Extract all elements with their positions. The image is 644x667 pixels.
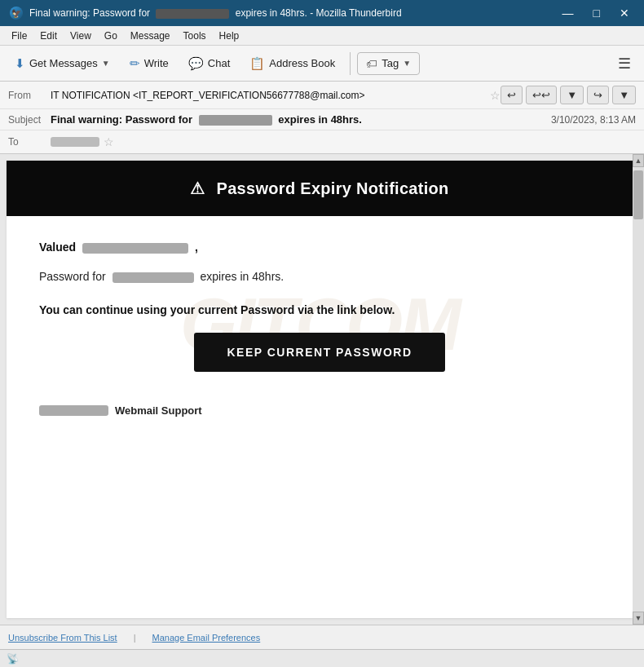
to-star-icon[interactable]: ☆	[104, 135, 114, 148]
app-window: File Edit View Go Message Tools Help ⬇ G…	[0, 26, 644, 667]
reply-button[interactable]: ↩	[501, 86, 523, 104]
to-value-blurred	[51, 137, 99, 147]
forward-button[interactable]: ↪	[587, 86, 609, 104]
email-footer: Webmail Support	[39, 396, 600, 417]
bottom-bar: Unsubscribe From This List | Manage Emai…	[0, 625, 644, 649]
status-bar: 📡	[0, 649, 644, 667]
get-messages-icon: ⬇	[15, 56, 25, 71]
to-label: To	[8, 136, 51, 148]
button-wrap: KEEP CURRENT PASSWORD	[39, 333, 600, 372]
write-button[interactable]: ✏ Write	[121, 52, 177, 75]
subject-label: Subject	[8, 114, 51, 126]
unsubscribe-link[interactable]: Unsubscribe From This List	[8, 633, 117, 643]
minimize-button[interactable]: —	[558, 6, 579, 20]
menu-view[interactable]: View	[65, 29, 96, 43]
email-header: From IT NOTIFICATION <IT_REPORT_VERIFICA…	[0, 82, 644, 154]
menu-bar: File Edit View Go Message Tools Help	[0, 26, 644, 46]
subject-value: Final warning: Password for expires in 4…	[51, 113, 551, 126]
scrollbar-up-arrow[interactable]: ▲	[633, 154, 644, 167]
title-bar: 🦅 Final warning: Password for expires in…	[0, 0, 644, 26]
tag-button[interactable]: 🏷 Tag ▼	[357, 52, 420, 75]
more-actions-button[interactable]: ▼	[612, 86, 636, 104]
greeting-text: Valued ,	[39, 241, 600, 254]
get-messages-dropdown-arrow[interactable]: ▼	[102, 59, 110, 68]
scrollbar-down-arrow[interactable]: ▼	[633, 612, 644, 625]
chat-icon: 💬	[188, 56, 204, 71]
email-body-area: ⚠ Password Expiry Notification GITCOM Va…	[0, 154, 644, 625]
toolbar: ⬇ Get Messages ▼ ✏ Write 💬 Chat 📋 Addres…	[0, 46, 644, 82]
menu-help[interactable]: Help	[214, 29, 245, 43]
reply-all-button[interactable]: ↩↩	[526, 86, 557, 104]
connection-status-icon: 📡	[7, 653, 19, 665]
link-separator: |	[134, 633, 136, 643]
window-title: Final warning: Password for expires in 4…	[29, 7, 402, 19]
address-book-button[interactable]: 📋 Address Book	[241, 52, 343, 75]
from-label: From	[8, 90, 51, 101]
chat-button[interactable]: 💬 Chat	[180, 52, 238, 75]
notification-body-content: Valued , Password for expires in 48hrs. …	[39, 241, 600, 417]
notification-title: Password Expiry Notification	[212, 179, 449, 197]
email-nav-actions: ↩ ↩↩ ▼ ↪ ▼	[501, 86, 636, 104]
from-row: From IT NOTIFICATION <IT_REPORT_VERIFICA…	[0, 82, 644, 109]
warning-icon: ⚠	[190, 179, 205, 197]
scrollbar-thumb[interactable]	[633, 170, 643, 219]
from-value: IT NOTIFICATION <IT_REPORT_VERIFICATION5…	[51, 90, 486, 101]
manage-preferences-link[interactable]: Manage Email Preferences	[152, 633, 261, 643]
toolbar-separator	[350, 52, 351, 75]
from-star-icon[interactable]: ☆	[490, 89, 501, 102]
close-button[interactable]: ✕	[615, 6, 634, 20]
thunderbird-icon: 🦅	[10, 7, 23, 20]
hamburger-menu-button[interactable]: ☰	[611, 51, 637, 76]
notification-banner: ⚠ Password Expiry Notification	[7, 161, 633, 216]
cta-text: You can continue using your current Pass…	[39, 303, 600, 316]
write-icon: ✏	[130, 56, 140, 71]
address-book-icon: 📋	[249, 56, 265, 71]
nav-dropdown-button[interactable]: ▼	[560, 86, 584, 104]
expires-text: Password for expires in 48hrs.	[39, 270, 600, 283]
notification-body: GITCOM Valued , Password for expires in …	[7, 216, 633, 433]
email-date: 3/10/2023, 8:13 AM	[551, 114, 636, 126]
window-controls: — □ ✕	[558, 6, 634, 20]
footer-support-text: Webmail Support	[115, 404, 202, 417]
tag-icon: 🏷	[366, 57, 377, 70]
get-messages-button[interactable]: ⬇ Get Messages ▼	[7, 52, 118, 75]
subject-row: Subject Final warning: Password for expi…	[0, 109, 644, 130]
menu-message[interactable]: Message	[126, 29, 175, 43]
email-content: ⚠ Password Expiry Notification GITCOM Va…	[7, 161, 633, 618]
footer-row: Webmail Support	[39, 404, 600, 417]
scrollbar-track: ▲ ▼	[633, 154, 644, 625]
menu-edit[interactable]: Edit	[35, 29, 62, 43]
menu-tools[interactable]: Tools	[179, 29, 211, 43]
title-bar-left: 🦅 Final warning: Password for expires in…	[10, 7, 402, 20]
menu-file[interactable]: File	[7, 29, 32, 43]
keep-password-button[interactable]: KEEP CURRENT PASSWORD	[194, 333, 444, 372]
menu-go[interactable]: Go	[99, 29, 122, 43]
maximize-button[interactable]: □	[589, 6, 605, 20]
to-row: To ☆	[0, 130, 644, 153]
tag-dropdown-arrow[interactable]: ▼	[403, 59, 411, 68]
